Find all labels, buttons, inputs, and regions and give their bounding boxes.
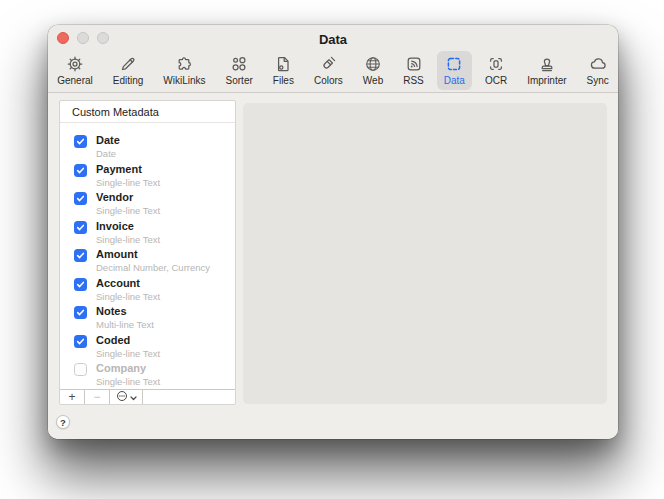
toolbar-tab-label: Files [273,75,294,86]
toolbar-tab-label: Colors [314,75,343,86]
panel-footer: + − [60,389,235,404]
toolbar-tab-editing[interactable]: Editing [106,51,151,90]
more-actions-button[interactable] [110,390,143,404]
metadata-field-list: DateDate PaymentSingle-line Text VendorS… [60,123,235,389]
field-name: Amount [96,248,210,261]
circles-grid-icon [229,54,249,74]
toolbar-tab-general[interactable]: General [50,51,100,90]
checkbox-icon[interactable] [74,135,87,148]
title-bar[interactable]: Data [48,25,618,49]
metadata-row-notes[interactable]: NotesMulti-line Text [74,305,229,334]
metadata-row-invoice[interactable]: InvoiceSingle-line Text [74,220,229,249]
add-field-button[interactable]: + [60,390,85,404]
field-type: Single-line Text [96,348,160,359]
window-title: Data [48,25,618,47]
toolbar-tab-imprinter[interactable]: Imprinter [520,51,573,90]
toolbar-tab-label: RSS [403,75,424,86]
field-name: Coded [96,334,160,347]
field-name: Invoice [96,220,160,233]
field-type: Single-line Text [96,291,160,302]
toolbar-tab-rss[interactable]: RSS [396,51,431,90]
field-name: Payment [96,163,160,176]
field-name: Account [96,277,160,290]
ellipsis-circle-icon [116,390,128,404]
custom-metadata-panel: Custom Metadata DateDate PaymentSingle-l… [59,100,236,405]
toolbar-tab-label: Sorter [226,75,253,86]
rss-icon [404,54,424,74]
close-button[interactable] [57,32,69,44]
help-button[interactable]: ? [56,415,70,429]
metadata-row-date[interactable]: DateDate [74,134,229,163]
preferences-window: Data General Editi [48,25,618,439]
toolbar-tab-label: OCR [485,75,507,86]
checkbox-icon[interactable] [74,221,87,234]
field-type: Single-line Text [96,205,160,216]
toolbar-tab-label: Imprinter [527,75,566,86]
pencil-icon [118,54,138,74]
globe-icon [363,54,383,74]
preferences-toolbar: General Editing WikiLinks [48,49,618,90]
toolbar-tab-files[interactable]: Files [266,51,301,90]
field-type: Single-line Text [96,234,160,245]
cloud-icon [588,54,608,74]
gear-icon [65,54,85,74]
detail-pane [243,103,607,404]
checkbox-icon[interactable] [74,363,87,376]
remove-field-button: − [85,390,110,404]
minimize-button [77,32,89,44]
puzzle-icon [174,54,194,74]
checkbox-icon[interactable] [74,306,87,319]
field-type: Single-line Text [96,376,160,387]
metadata-row-payment[interactable]: PaymentSingle-line Text [74,163,229,192]
toolbar-tab-data[interactable]: Data [437,51,472,90]
field-type: Multi-line Text [96,319,154,330]
panel-header: Custom Metadata [60,101,235,123]
toolbar-tab-label: WikiLinks [163,75,205,86]
toolbar-tab-sync[interactable]: Sync [580,51,616,90]
field-type: Single-line Text [96,177,160,188]
zoom-button [97,32,109,44]
metadata-row-amount[interactable]: AmountDecimal Number, Currency [74,248,229,277]
metadata-row-coded[interactable]: CodedSingle-line Text [74,334,229,363]
checkbox-icon[interactable] [74,192,87,205]
field-name: Date [96,134,120,147]
checkbox-icon[interactable] [74,278,87,291]
toolbar-tab-label: General [57,75,93,86]
document-gear-icon [273,54,293,74]
paintbrush-icon [318,54,338,74]
chevron-down-icon [130,391,137,403]
window-controls [57,32,109,44]
field-name: Notes [96,305,154,318]
field-type: Decimal Number, Currency [96,262,210,273]
toolbar-tab-sorter[interactable]: Sorter [219,51,260,90]
scan-frame-icon [486,54,506,74]
toolbar-tab-wikilinks[interactable]: WikiLinks [156,51,212,90]
preferences-content: Custom Metadata DateDate PaymentSingle-l… [48,93,618,439]
toolbar-tab-ocr[interactable]: OCR [478,51,514,90]
toolbar-tab-web[interactable]: Web [356,51,390,90]
toolbar-tab-label: Web [363,75,383,86]
metadata-row-company[interactable]: CompanySingle-line Text [74,362,229,389]
toolbar-tab-label: Editing [113,75,144,86]
metadata-row-vendor[interactable]: VendorSingle-line Text [74,191,229,220]
field-name: Vendor [96,191,160,204]
field-name: Company [96,362,160,375]
selection-square-icon [444,54,464,74]
toolbar-tab-label: Sync [587,75,609,86]
checkbox-icon[interactable] [74,164,87,177]
toolbar-tab-label: Data [444,75,465,86]
checkbox-icon[interactable] [74,249,87,262]
toolbar-tab-colors[interactable]: Colors [307,51,350,90]
metadata-row-account[interactable]: AccountSingle-line Text [74,277,229,306]
stamp-icon [537,54,557,74]
window-header: Data General Editi [48,25,618,93]
field-type: Date [96,148,120,159]
checkbox-icon[interactable] [74,335,87,348]
